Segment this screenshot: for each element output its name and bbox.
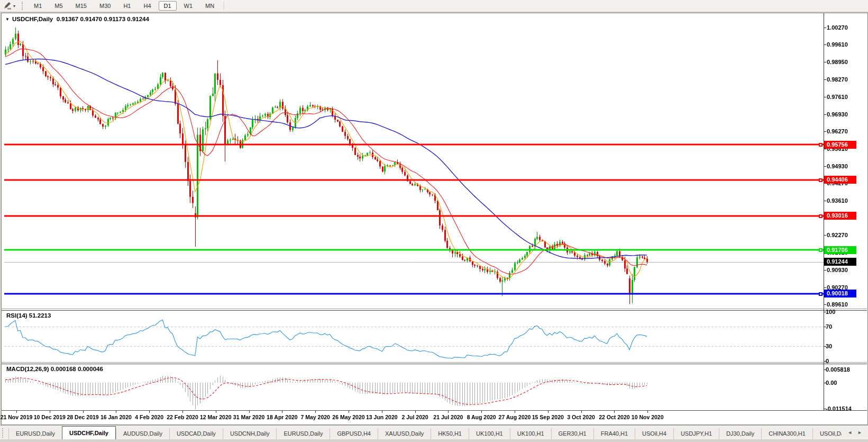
chart-tab[interactable]: UK100,H1	[510, 428, 551, 439]
date-axis-label: 18 Apr 2020	[267, 414, 298, 420]
date-axis-label: 21 Jul 2020	[433, 414, 463, 420]
date-axis-label: 27 Aug 2020	[499, 414, 531, 420]
date-axis-border	[2, 410, 867, 411]
rsi-panel-top-border	[2, 310, 867, 311]
tab-scroll-left-icon[interactable]: ◄	[845, 429, 855, 436]
date-axis-label: 3 Oct 2020	[567, 414, 595, 420]
price-axis-label: 0.98270	[827, 76, 866, 83]
tabbar-grip[interactable]	[2, 428, 5, 438]
toolbar-separator	[224, 2, 225, 10]
date-axis-label: 10 Nov 2020	[632, 414, 664, 420]
rsi-axis-label: 100	[826, 308, 866, 315]
date-axis-label: 16 Jan 2020	[100, 414, 132, 420]
chart-tab[interactable]: HK50,H1	[431, 428, 469, 439]
macd-label: MACD(12,26,9) 0.000168 0.000046	[6, 366, 103, 372]
timeframe-button[interactable]: MN	[200, 1, 220, 11]
price-axis-label: 0.97610	[827, 93, 866, 101]
chart-tab[interactable]: UK100,H1	[469, 428, 510, 439]
price-axis-label: 0.99610	[827, 41, 866, 48]
hline-price-badge: 0.93016	[824, 212, 856, 220]
date-axis-label: 15 Sep 2020	[532, 414, 564, 420]
tab-scroll-right-icon[interactable]: ►	[855, 429, 865, 436]
date-axis-label: 21 Nov 2019	[1, 414, 33, 420]
chart-tab[interactable]: DJ30,Daily	[719, 428, 761, 439]
timeframe-button[interactable]: M30	[94, 1, 116, 11]
dropdown-arrow-icon: ▾	[13, 4, 15, 8]
chart-tabs: EURUSD,DailyUSDCHF,DailyAUDUSD,DailyUSDC…	[8, 426, 842, 439]
chart-tab[interactable]: EURUSD,Daily	[276, 428, 330, 439]
timeframe-button[interactable]: M1	[29, 1, 47, 11]
date-axis-label: 22 Feb 2020	[167, 414, 198, 420]
toolbar-grip[interactable]	[22, 2, 24, 10]
chart-tab[interactable]: EURUSD,Daily	[8, 428, 62, 439]
pencil-icon	[3, 2, 12, 10]
date-axis-label: 8 Aug 2020	[467, 414, 496, 420]
date-axis-label: 22 Oct 2020	[599, 414, 629, 420]
date-axis-label: 28 Dec 2019	[67, 414, 99, 420]
date-axis-label: 31 Mar 2020	[233, 414, 265, 420]
price-axis-label: 0.93610	[827, 197, 866, 204]
chart-tab[interactable]: USDCNH,Daily	[223, 428, 277, 439]
current-price-badge: 0.91244	[824, 258, 856, 266]
rsi-axis-label: 70	[826, 323, 866, 330]
chart-tab[interactable]: GER30,H1	[551, 428, 593, 439]
splitter-main-rsi[interactable]	[2, 309, 867, 309]
date-axis-label: 4 Feb 2020	[135, 414, 163, 420]
date-axis-label: 10 Dec 2019	[34, 414, 66, 420]
chart-tab[interactable]: USDCAD,Daily	[169, 428, 223, 439]
chart-tab[interactable]: USDCHF,Daily	[62, 426, 116, 439]
chart-tab[interactable]: XAUUSD,Daily	[378, 428, 431, 439]
chart-tab[interactable]: USOil,H4	[635, 428, 673, 439]
chart-tab[interactable]: CHINA300,H1	[761, 428, 812, 439]
price-axis-label: 0.98950	[827, 58, 866, 66]
date-axis-label: 12 Mar 2020	[200, 414, 232, 420]
chart-title-symbol: USDCHF,Daily	[12, 16, 53, 22]
tab-scroll-arrows: ◄ ►	[842, 426, 868, 439]
chart-tab-bar: EURUSD,DailyUSDCHF,DailyAUDUSD,DailyUSDC…	[0, 425, 868, 439]
price-axis-label: 0.90930	[827, 266, 866, 274]
hline-price-badge: 0.90018	[824, 290, 856, 297]
chart-tab[interactable]: AUDUSD,Daily	[116, 428, 169, 439]
chart-title-ohlc: 0.91367 0.91470 0.91173 0.91244	[57, 16, 149, 22]
price-axis-label: 0.94930	[827, 163, 866, 170]
timeframe-button[interactable]: M15	[70, 1, 92, 11]
macd-axis-label: -0.011514	[826, 405, 866, 412]
mt4-app: { "icons": { "title_arrow": "▼", "dropdo…	[0, 0, 868, 442]
date-axis-label: 26 May 2020	[332, 414, 364, 420]
macd-axis-label: 0.00	[826, 379, 866, 386]
timeframe-button[interactable]: M5	[49, 1, 68, 11]
timeframe-button[interactable]: W1	[179, 1, 198, 11]
timeframe-button[interactable]: D1	[159, 1, 177, 11]
price-axis-label: 0.96930	[827, 111, 866, 118]
date-axis-label: 7 May 2020	[300, 414, 330, 420]
toolbar: ▾ M1M5M15M30H1H4D1W1MN	[0, 0, 868, 12]
timeframe-button[interactable]: H4	[138, 1, 156, 11]
rsi-axis-label: 30	[826, 342, 866, 350]
chart-tab[interactable]: USDJPY,H1	[673, 428, 719, 439]
hline-price-badge: 0.95756	[824, 141, 856, 149]
timeframe-button[interactable]: H1	[118, 1, 136, 11]
splitter-rsi-macd[interactable]	[2, 362, 867, 363]
chart-tab[interactable]: FRA40,H1	[593, 428, 635, 439]
price-axis-label: 0.92270	[827, 231, 866, 239]
date-axis-label: 13 Jun 2020	[366, 414, 398, 420]
price-axis-label: 0.96270	[827, 128, 866, 135]
macd-axis-label: 0.005818	[826, 366, 866, 373]
rsi-axis-label: 0	[826, 357, 866, 365]
chart-canvas[interactable]	[0, 0, 868, 442]
rsi-label: RSI(14) 51.2213	[6, 312, 51, 319]
chart-tab[interactable]: USOil,Da	[812, 428, 842, 439]
hline-price-badge: 0.91706	[824, 246, 856, 254]
price-axis-label: 0.89610	[827, 301, 866, 308]
price-axis-label: 1.00270	[827, 24, 866, 31]
macd-panel-top-border	[2, 364, 867, 364]
chart-title: ▼USDCHF,Daily 0.91367 0.91470 0.91173 0.…	[5, 16, 149, 22]
collapse-arrow-icon: ▼	[5, 17, 10, 22]
chart-tab[interactable]: GBPUSD,H4	[330, 428, 378, 439]
draw-tool-button[interactable]: ▾	[1, 0, 17, 12]
date-axis-label: 2 Jul 2020	[401, 414, 428, 420]
hline-price-badge: 0.94406	[824, 176, 856, 184]
timeframe-group: M1M5M15M30H1H4D1W1MN	[28, 0, 221, 12]
